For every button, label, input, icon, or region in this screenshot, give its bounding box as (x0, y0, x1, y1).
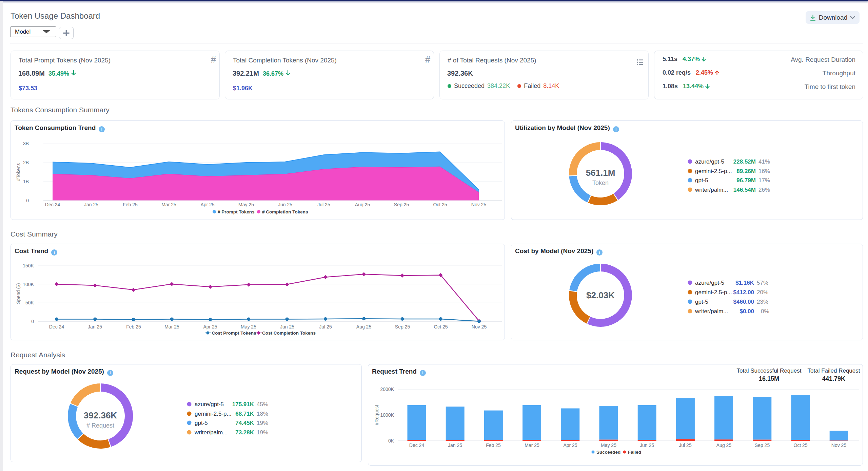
svg-text:2B: 2B (23, 160, 29, 165)
svg-text:$1.16K: $1.16K (735, 280, 754, 286)
svg-text:$0.00: $0.00 (739, 308, 754, 315)
svg-text:Apr 25: Apr 25 (563, 442, 577, 448)
svg-text:$412.00: $412.00 (733, 289, 754, 296)
svg-text:Cost Completion Tokens: Cost Completion Tokens (262, 331, 316, 336)
svg-text:45%: 45% (257, 401, 268, 408)
svg-text:$460.00: $460.00 (733, 299, 754, 305)
svg-text:Oct 25: Oct 25 (793, 442, 807, 448)
svg-text:1B: 1B (23, 179, 29, 184)
svg-text:41%: 41% (758, 158, 770, 165)
svg-text:gpt-5: gpt-5 (695, 177, 708, 184)
svg-text:Nov 25: Nov 25 (471, 202, 487, 207)
svg-text:Feb 25: Feb 25 (486, 442, 501, 448)
svg-text:May 25: May 25 (241, 324, 256, 329)
svg-text:Aug 25: Aug 25 (716, 442, 732, 448)
svg-text:Mar 25: Mar 25 (525, 442, 539, 448)
svg-text:May 25: May 25 (601, 442, 616, 448)
svg-text:17%: 17% (758, 177, 770, 184)
svg-text:writer/palm...: writer/palm... (695, 308, 728, 315)
svg-text:azure/gpt-5: azure/gpt-5 (195, 401, 224, 408)
svg-text:26%: 26% (758, 187, 770, 193)
svg-text:Jan 25: Jan 25 (88, 324, 102, 329)
svg-text:0K: 0K (388, 438, 394, 444)
svg-text:73.28K: 73.28K (235, 429, 254, 436)
svg-text:Jul 25: Jul 25 (319, 324, 332, 329)
svg-text:68.71K: 68.71K (235, 411, 254, 417)
svg-text:175.91K: 175.91K (232, 401, 254, 408)
svg-text:Nov 25: Nov 25 (831, 442, 847, 448)
svg-text:0%: 0% (761, 308, 769, 315)
svg-text:Jun 25: Jun 25 (640, 442, 654, 448)
svg-text:146.54M: 146.54M (733, 187, 756, 193)
svg-text:Nov 25: Nov 25 (472, 324, 487, 329)
svg-text:Oct 25: Oct 25 (434, 324, 448, 329)
svg-text:May 25: May 25 (238, 202, 254, 207)
svg-text:3B: 3B (23, 141, 29, 146)
svg-text:Jul 25: Jul 25 (679, 442, 692, 448)
svg-text:20%: 20% (757, 289, 768, 296)
svg-text:#Request: #Request (374, 405, 379, 425)
svg-text:Sep 25: Sep 25 (395, 324, 410, 329)
svg-text:azure/gpt-5: azure/gpt-5 (695, 158, 724, 165)
svg-text:# Request: # Request (86, 422, 114, 429)
svg-text:1000K: 1000K (380, 412, 394, 418)
svg-text:azure/gpt-5: azure/gpt-5 (695, 280, 724, 286)
svg-text:Aug 25: Aug 25 (355, 202, 370, 207)
svg-text:Jan 25: Jan 25 (84, 202, 98, 207)
svg-text:Spend ($): Spend ($) (16, 283, 21, 304)
svg-text:Succeeded: Succeeded (596, 450, 620, 455)
svg-text:Feb 25: Feb 25 (123, 202, 138, 207)
svg-text:16%: 16% (758, 168, 770, 174)
svg-text:Jul 25: Jul 25 (317, 202, 330, 207)
svg-text:Token: Token (592, 180, 609, 186)
svg-text:19%: 19% (257, 420, 268, 426)
svg-text:Dec 24: Dec 24 (45, 202, 60, 207)
svg-text:# Completion Tokens: # Completion Tokens (262, 209, 308, 214)
svg-text:57%: 57% (757, 280, 768, 286)
svg-text:Dec 24: Dec 24 (409, 442, 425, 448)
svg-text:228.52M: 228.52M (733, 158, 756, 165)
svg-text:writer/palm...: writer/palm... (695, 187, 728, 193)
svg-text:Failed: Failed (628, 450, 641, 455)
svg-text:2000K: 2000K (380, 387, 394, 392)
svg-text:Aug 25: Aug 25 (356, 324, 372, 329)
svg-text:Jun 25: Jun 25 (280, 324, 294, 329)
svg-text:Feb 25: Feb 25 (126, 324, 141, 329)
svg-text:Sep 25: Sep 25 (394, 202, 409, 207)
svg-text:23%: 23% (757, 299, 768, 305)
svg-text:74.45K: 74.45K (235, 420, 254, 426)
svg-text:392.36K: 392.36K (84, 410, 117, 420)
svg-text:gpt-5: gpt-5 (195, 420, 208, 426)
svg-text:Dec 24: Dec 24 (49, 324, 64, 329)
svg-text:19%: 19% (257, 429, 268, 436)
svg-text:150K: 150K (23, 263, 34, 268)
svg-text:$2.03K: $2.03K (586, 290, 615, 300)
svg-text:89.26M: 89.26M (736, 168, 756, 174)
svg-text:96.79M: 96.79M (736, 177, 756, 184)
svg-text:Apr 25: Apr 25 (203, 324, 217, 329)
svg-text:gemini-2.5-p...: gemini-2.5-p... (195, 411, 232, 417)
svg-text:Jan 25: Jan 25 (448, 442, 462, 448)
svg-text:Jun 25: Jun 25 (278, 202, 292, 207)
svg-text:0: 0 (31, 319, 34, 324)
svg-text:gpt-5: gpt-5 (695, 299, 708, 305)
svg-text:18%: 18% (257, 411, 268, 417)
svg-text:50K: 50K (25, 300, 34, 305)
svg-text:writer/palm...: writer/palm... (194, 429, 228, 436)
svg-text:Cost Prompt Tokens: Cost Prompt Tokens (212, 331, 256, 336)
svg-text:#Tokens: #Tokens (16, 163, 21, 181)
svg-text:gemini-2.5-p...: gemini-2.5-p... (695, 168, 732, 174)
svg-text:561.1M: 561.1M (586, 168, 615, 178)
svg-text:Sep 25: Sep 25 (755, 442, 770, 448)
svg-text:Mar 25: Mar 25 (161, 202, 176, 207)
svg-text:Mar 25: Mar 25 (164, 324, 179, 329)
svg-text:Oct 25: Oct 25 (433, 202, 447, 207)
svg-text:Apr 25: Apr 25 (200, 202, 214, 207)
svg-text:100K: 100K (23, 282, 34, 287)
svg-text:0: 0 (26, 198, 29, 203)
svg-text:gemini-2.5-p...: gemini-2.5-p... (695, 289, 732, 296)
svg-text:# Prompt Tokens: # Prompt Tokens (218, 209, 255, 214)
